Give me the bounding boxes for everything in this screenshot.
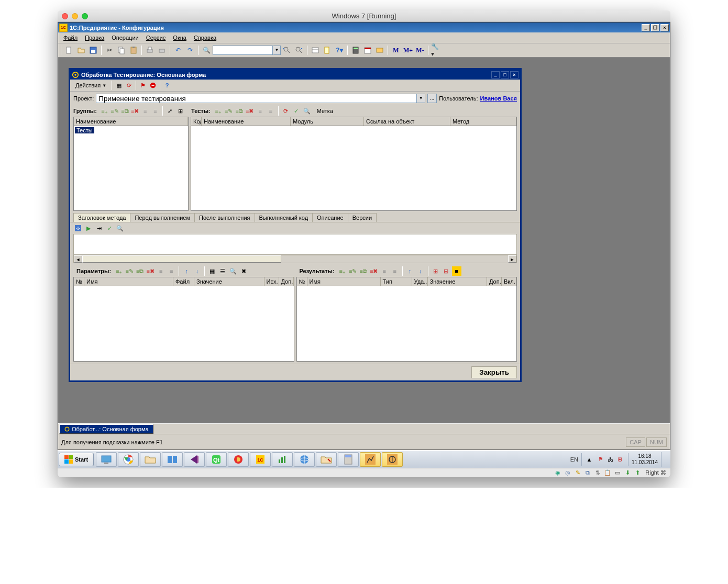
results-del-icon[interactable]: ≡✖	[369, 266, 379, 276]
tests-copy-icon[interactable]: ≡⧉	[235, 106, 244, 116]
tests-check-icon[interactable]: ✓	[292, 106, 301, 116]
scroll-thumb[interactable]	[82, 255, 281, 263]
wrench-icon[interactable]: 🔧▾	[431, 44, 442, 56]
results-table-icon[interactable]: ⊟	[442, 266, 451, 276]
project-dropdown-button[interactable]: ▼	[417, 94, 425, 103]
stop-icon[interactable]	[148, 81, 158, 90]
app-restore-button[interactable]: ❐	[651, 24, 659, 31]
user-link[interactable]: Иванов Вася	[480, 95, 517, 102]
tray-shield-icon[interactable]: ⛨	[616, 455, 625, 464]
tray-language[interactable]: EN	[570, 456, 578, 463]
taskbar-app-explorer[interactable]	[140, 452, 161, 467]
vb-pencil-icon[interactable]: ✎	[573, 469, 582, 477]
tab-description[interactable]: Описание	[312, 213, 348, 222]
tests-delete-icon[interactable]: ≡✖	[245, 106, 255, 116]
taskbar-app-computer[interactable]	[96, 452, 117, 467]
groups-expand-icon[interactable]: ⤢	[166, 106, 174, 116]
taskbar-app-totalcmd[interactable]	[162, 452, 183, 467]
scroll-right-icon[interactable]: ►	[508, 255, 516, 263]
params-clear-icon[interactable]: ✖	[239, 266, 248, 276]
taskbar-app-chrome[interactable]	[118, 452, 139, 467]
actions-dropdown[interactable]: Действия ▼	[72, 81, 109, 89]
taskbar-app-drawing1[interactable]	[360, 452, 381, 467]
groups-add-icon[interactable]: ≡₊	[100, 106, 109, 116]
child-minimize-button[interactable]: _	[491, 71, 500, 78]
groups-move2-icon[interactable]: ≡	[151, 106, 160, 116]
vb-usb-icon[interactable]: ⇅	[593, 469, 602, 477]
params-edit-icon[interactable]: ≡✎	[125, 266, 134, 276]
menu-operations[interactable]: Операции	[108, 33, 141, 42]
app-minimize-button[interactable]: _	[642, 24, 650, 31]
code-step-icon[interactable]: ⇥	[94, 223, 104, 233]
taskbar-app-visualstudio[interactable]	[184, 452, 205, 467]
vb-folder-icon[interactable]: ⧉	[583, 469, 592, 477]
mdi-task-item[interactable]: Обработ...: Основная форма	[59, 424, 153, 434]
params-up-icon[interactable]: ↑	[182, 266, 191, 276]
vb-clipboard-icon[interactable]: 📋	[603, 469, 612, 477]
params-grid[interactable]: № Имя Файл Значение Исх. Доп.	[73, 277, 294, 362]
results-edit-icon[interactable]: ≡✎	[348, 266, 358, 276]
tests-edit-icon[interactable]: ≡✎	[224, 106, 234, 116]
code-hscroll[interactable]: ◄ ►	[73, 255, 517, 263]
copy-icon[interactable]	[116, 44, 127, 56]
params-down-icon[interactable]: ↓	[192, 266, 202, 276]
code-magnify-icon[interactable]: 🔍	[115, 223, 125, 233]
params-move2-icon[interactable]: ≡	[167, 266, 176, 276]
results-down-icon[interactable]: ↓	[416, 266, 425, 276]
params-move1-icon[interactable]: ≡	[156, 266, 166, 276]
menu-help[interactable]: Справка	[191, 33, 219, 42]
groups-move-icon[interactable]: ≡	[140, 106, 149, 116]
m-plus-button[interactable]: M+	[402, 44, 414, 56]
results-up-icon[interactable]: ↑	[405, 266, 415, 276]
close-button[interactable]: Закрыть	[471, 366, 517, 378]
menu-edit[interactable]: Правка	[82, 33, 107, 42]
menu-file[interactable]: Файл	[60, 33, 81, 42]
taskbar-app-browser[interactable]	[294, 452, 315, 467]
catalog-icon[interactable]	[310, 44, 321, 56]
tool-extra-icon[interactable]	[374, 44, 385, 56]
binoculars-icon[interactable]: 🔍	[201, 44, 212, 56]
tests-move-icon[interactable]: ≡	[256, 106, 265, 116]
taskbar-app-drawing2[interactable]	[382, 452, 403, 467]
results-grid[interactable]: № Имя Тип Уда... Значение Доп. Вкл.	[296, 277, 517, 362]
taskbar-app-1c[interactable]: 1C	[250, 452, 271, 467]
params-search-icon[interactable]: 🔍	[228, 266, 238, 276]
groups-grid[interactable]: Наименование Тесты	[73, 117, 189, 211]
project-more-button[interactable]: ...	[427, 94, 437, 103]
find-prev-icon[interactable]	[281, 44, 293, 56]
child-maximize-button[interactable]: □	[501, 71, 509, 78]
list-icon[interactable]: ▦	[114, 81, 124, 90]
groups-edit-icon[interactable]: ≡✎	[110, 106, 119, 116]
flag-icon[interactable]: ⚑	[138, 81, 148, 90]
tray-expand-icon[interactable]: ▲	[585, 455, 593, 464]
vb-cd-icon[interactable]: ◎	[564, 469, 572, 477]
params-del-icon[interactable]: ≡✖	[146, 266, 155, 276]
print-icon[interactable]	[144, 44, 156, 56]
taskbar-app-delphi[interactable]	[228, 452, 249, 467]
undo-icon[interactable]: ↶	[172, 44, 184, 56]
calendar-icon[interactable]	[362, 44, 373, 56]
redo-icon[interactable]: ↷	[184, 44, 196, 56]
open-icon[interactable]	[75, 44, 87, 56]
help-icon[interactable]: ?	[162, 81, 172, 90]
results-copy-icon[interactable]: ≡⧉	[359, 266, 368, 276]
results-move2-icon[interactable]: ≡	[390, 266, 400, 276]
child-close-button[interactable]: ×	[510, 71, 519, 78]
calculator-icon[interactable]	[350, 44, 361, 56]
code-editor[interactable]	[73, 234, 517, 255]
m-minus-button[interactable]: M-	[414, 44, 426, 56]
refresh-icon[interactable]: ⟳	[124, 81, 134, 90]
code-run-icon[interactable]: ▶	[84, 223, 93, 233]
m-memory-button[interactable]: M	[390, 44, 402, 56]
tests-move2-icon[interactable]: ≡	[266, 106, 275, 116]
tests-grid[interactable]: Код Наименование Модуль Ссылка на объект…	[191, 117, 517, 211]
params-list-icon[interactable]: ☰	[218, 266, 227, 276]
tab-method-header[interactable]: Заголовок метода	[73, 213, 130, 222]
print-preview-icon[interactable]	[156, 44, 168, 56]
results-move1-icon[interactable]: ≡	[380, 266, 389, 276]
menu-service[interactable]: Сервис	[143, 33, 169, 42]
taskbar-app-qt[interactable]: Qt	[206, 452, 227, 467]
project-select[interactable]	[96, 94, 417, 103]
tab-exec-code[interactable]: Выполняемый код	[255, 213, 313, 222]
search-input[interactable]	[213, 46, 273, 55]
